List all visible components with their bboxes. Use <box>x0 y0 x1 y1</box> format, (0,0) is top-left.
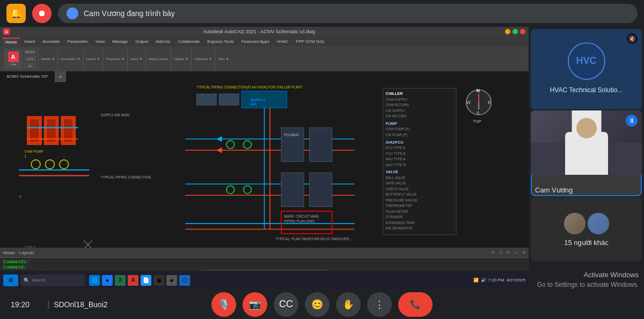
cam-vuong-participant-tile: ⏸ Cam Vương <box>531 110 642 196</box>
notification-icon: 🔔 <box>6 4 26 23</box>
ribbon-tab-annotate[interactable]: Annotate <box>39 38 63 45</box>
svg-text:FCU/AHU: FCU/AHU <box>284 133 299 137</box>
svg-text:1: 1 <box>25 154 27 158</box>
other-avatar-1 <box>564 213 586 234</box>
svg-text:STRAINER: STRAINER <box>386 215 403 219</box>
maximize-btn[interactable] <box>513 29 518 34</box>
svg-text:THERMOMETER: THERMOMETER <box>386 204 413 207</box>
ribbon-tab-hvac[interactable]: HVAC <box>274 38 292 45</box>
ribbon-tab-manage[interactable]: Manage <box>109 38 131 45</box>
svg-rect-40 <box>310 173 332 206</box>
svg-text:CHW SUPPLY: CHW SUPPLY <box>386 98 408 101</box>
mute-button[interactable]: 🎙️ <box>211 292 236 317</box>
svg-text:SUPPLY AIR MAIN: SUPPLY AIR MAIN <box>101 113 130 117</box>
file-tab[interactable]: ACMV Schematic V2* <box>0 71 55 82</box>
hvac-participant-tile: 🔇 HVC HVAC Technical Solutio... <box>531 29 642 109</box>
others-participants-tile: 15 người khác <box>531 197 642 262</box>
network-icon: 📶 <box>473 278 479 283</box>
svg-rect-21 <box>219 94 239 105</box>
activate-windows-notice: Activate Windows Go to Settings to activ… <box>537 270 639 290</box>
autocad-logo: A <box>3 28 10 35</box>
taskbar-edge-icon[interactable]: 🌐 <box>89 275 100 286</box>
autocad-titlebar: A Autodesk AutoCAD 2021 - ACMV Schematic… <box>0 27 529 36</box>
volume-icon: 🔊 <box>481 278 486 283</box>
ribbon-tab-addins[interactable]: Add-ins <box>152 38 173 45</box>
ribbon-tab-featuredapps[interactable]: Featured Apps <box>238 38 273 45</box>
activate-windows-subtitle: Go to Settings to activate Windows. <box>537 280 639 290</box>
main-content-area: A Autodesk AutoCAD 2021 - ACMV Schematic… <box>0 27 529 290</box>
more-button[interactable]: ⋮ <box>367 292 392 317</box>
emoji-button[interactable]: 😊 <box>305 292 330 317</box>
svg-text:EXPANSION TANK: EXPANSION TANK <box>386 221 415 225</box>
hvac-participant-name: HVAC Technical Solutio... <box>546 84 627 96</box>
ribbon-content: A Line Polyline Circle Arc Modify ▼ Anno… <box>0 46 529 71</box>
taskbar-app2-icon[interactable]: ◈ <box>166 275 177 286</box>
svg-text:FCU TYPE A: FCU TYPE A <box>386 146 406 150</box>
svg-text:CW RETURN: CW RETURN <box>386 114 407 118</box>
taskbar-chrome-icon[interactable]: ● <box>102 275 113 286</box>
right-sidebar: 🔇 HVC HVAC Technical Solutio... ⏸ <box>529 27 644 290</box>
windows-start-button[interactable]: ⊞ <box>3 275 18 286</box>
new-file-btn[interactable]: + <box>55 71 66 82</box>
taskbar-acrobat-icon[interactable]: 📄 <box>141 275 151 286</box>
ribbon-tab-collaborate[interactable]: Collaborate <box>174 38 203 45</box>
meeting-divider: | <box>47 300 49 309</box>
model-tab[interactable]: Model <box>3 250 15 255</box>
svg-text:AHU/FCU: AHU/FCU <box>386 140 404 145</box>
bottom-control-bar: 19:20 | SDOnl18_Buoi2 🎙️ 📷 CC 😊 ✋ ⋮ 📞 <box>0 290 644 319</box>
svg-text:PRESSURE GAUGE: PRESSURE GAUGE <box>386 198 418 202</box>
autocad-title: Autodesk AutoCAD 2021 - ACMV Schematic v… <box>13 29 505 34</box>
taskbar-search[interactable]: 🔍 Search <box>20 275 85 286</box>
svg-text:CW SUPPLY: CW SUPPLY <box>386 109 406 113</box>
svg-text:Y: Y <box>19 194 22 199</box>
svg-text:FLOW METER: FLOW METER <box>386 210 408 213</box>
speaking-icon: ⏸ <box>626 115 638 127</box>
close-btn[interactable] <box>520 29 525 34</box>
layout-tab[interactable]: Layout1 <box>19 250 34 255</box>
taskbar-system-tray: 📶 🔊 7:20 PM 4/27/2025 <box>473 278 525 283</box>
ribbon-tab-view[interactable]: View <box>92 38 108 45</box>
ribbon-tab-home[interactable]: Home <box>2 38 20 46</box>
svg-text:AHU TYPE B: AHU TYPE B <box>386 163 406 167</box>
svg-text:MARK: CIRCUIT MAIN: MARK: CIRCUIT MAIN <box>284 214 319 218</box>
autocad-screen: A Autodesk AutoCAD 2021 - ACMV Schematic… <box>0 27 529 290</box>
hvac-logo-text: HVC <box>576 56 596 66</box>
windows-taskbar: ⊞ 🔍 Search 🌐 ● X A 📄 ▣ ◈ ⬡ 📶 🔊 7:20 PM 4… <box>0 271 529 290</box>
minimize-btn[interactable] <box>505 29 510 34</box>
end-call-button[interactable]: 📞 <box>398 292 433 317</box>
ribbon-tabs: Home Insert Annotate Parametric View Man… <box>0 36 529 46</box>
svg-text:AIR SEPARATOR: AIR SEPARATOR <box>386 226 413 230</box>
ribbon-tab-insert[interactable]: Insert <box>21 38 38 45</box>
control-buttons: 🎙️ 📷 CC 😊 ✋ ⋮ 📞 <box>211 292 433 317</box>
video-button[interactable]: 📷 <box>243 292 267 317</box>
svg-text:S: S <box>477 110 480 116</box>
svg-rect-39 <box>281 173 304 206</box>
taskbar-excel-icon[interactable]: X <box>115 275 126 286</box>
schematic-diagram: CHW PUMP 1 Y SUPPLY AIR <box>0 71 529 257</box>
others-avatars <box>564 213 609 234</box>
record-icon: ⏺ <box>32 4 52 23</box>
search-placeholder-text: Search <box>32 278 45 283</box>
taskbar-app1-icon[interactable]: ▣ <box>153 275 164 286</box>
cam-vuong-name: Cam Vương <box>535 186 573 194</box>
presenter-bar: Cam Vương đang trình bày <box>58 4 638 23</box>
svg-text:PUMP: PUMP <box>386 121 397 126</box>
command-output: Commands: <box>3 259 525 265</box>
activities-button[interactable]: ✋ <box>336 292 361 317</box>
taskbar-app3-icon[interactable]: ⬡ <box>179 275 190 286</box>
svg-text:FCU TYPE B: FCU TYPE B <box>386 152 406 155</box>
svg-text:W: W <box>466 100 471 105</box>
taskbar-autocad-icon[interactable]: A <box>128 275 138 286</box>
ribbon-tab-fpp[interactable]: FPP SYM GGL <box>293 38 328 45</box>
ribbon-tab-expresstools[interactable]: Express Tools <box>204 38 237 45</box>
ribbon-tab-output[interactable]: Output <box>132 38 151 45</box>
ribbon-tab-parametric[interactable]: Parametric <box>64 38 91 45</box>
presenter-name: Cam Vương đang trình bày <box>84 9 175 18</box>
taskbar-time: 7:20 PM <box>488 278 504 283</box>
svg-text:N: N <box>477 88 480 93</box>
svg-rect-38 <box>310 128 332 161</box>
svg-text:TYPICAL PIPING CONNECTION...: TYPICAL PIPING CONNECTION... <box>101 175 154 179</box>
captions-button[interactable]: CC <box>274 292 298 317</box>
autocad-statusbar: Model Layout1 ⊞ ⊡ ⊟ ▭ ⊕ <box>0 248 529 257</box>
meeting-id: SDOnl18_Buoi2 <box>54 300 107 309</box>
